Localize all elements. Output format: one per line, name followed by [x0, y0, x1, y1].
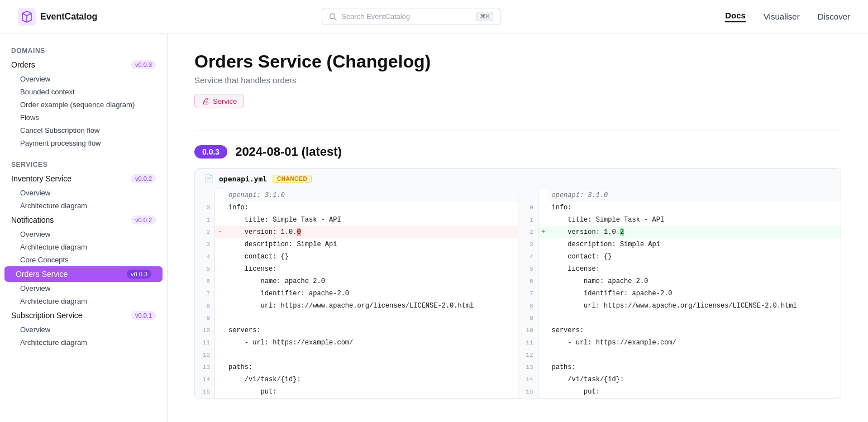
- diff-left-line-3: 3 description: Simple Api: [195, 238, 518, 251]
- diff-left-line-11: 11 - url: https://example.com/: [195, 337, 518, 349]
- printer-icon: 🖨: [202, 97, 209, 106]
- diff-right-line-13: 13 paths:: [518, 361, 841, 373]
- subscription-version-badge: v0.0.1: [131, 311, 156, 320]
- page-title: Orders Service (Changelog): [194, 51, 841, 72]
- diff-left-line-6: 6 name: apache 2.0: [195, 275, 518, 287]
- file-name: openapi.yml: [219, 175, 267, 183]
- sidebar-sub-order-example[interactable]: Order example (sequence diagram): [0, 98, 167, 111]
- search-icon: [329, 13, 337, 21]
- diff-left-line-14: 14 /v1/task/{id}:: [195, 373, 518, 386]
- version-date: 2024-08-01 (latest): [235, 145, 342, 159]
- sidebar-sub-flows[interactable]: Flows: [0, 111, 167, 124]
- diff-left-line-1: 1 title: Simple Task - API: [195, 214, 518, 226]
- diff-left-line-2: 2 - version: 1.0.0: [195, 226, 518, 238]
- sidebar-sub-subscription-arch[interactable]: Architecture diagram: [0, 336, 167, 349]
- sidebar-item-subscription[interactable]: Subscription Service v0.0.1: [0, 308, 167, 323]
- version-pill: 0.0.3: [194, 145, 227, 159]
- search-bar[interactable]: Search EventCatalog ⌘K: [322, 8, 500, 25]
- diff-viewer: openapi: 3.1.0 0 info: 1 title:: [195, 189, 841, 398]
- svg-point-2: [330, 13, 335, 18]
- sidebar-sub-overview-orders[interactable]: Overview: [0, 73, 167, 85]
- diff-left-line-4: 4 contact: {}: [195, 251, 518, 263]
- diff-right-line-12: 12: [518, 349, 841, 361]
- tag-label: Service: [213, 97, 237, 106]
- sidebar-item-inventory-label: Inventory Service: [11, 174, 71, 183]
- diff-right-line-1: 1 title: Simple Task - API: [518, 214, 841, 226]
- sidebar-item-inventory[interactable]: Inventory Service v0.0.2: [0, 171, 167, 186]
- sidebar-sub-subscription-overview[interactable]: Overview: [0, 323, 167, 336]
- diff-right-line-15: 15 put:: [518, 386, 841, 398]
- version-section: 0.0.3 2024-08-01 (latest) 📄 openapi.yml …: [194, 145, 841, 399]
- inventory-version-badge: v0.0.2: [131, 174, 156, 183]
- sidebar-item-notifications-label: Notifications: [11, 215, 54, 224]
- service-tag[interactable]: 🖨 Service: [194, 94, 244, 108]
- sidebar: Domains Orders v0.0.3 Overview Bounded c…: [0, 33, 168, 422]
- sidebar-sub-inventory-arch[interactable]: Architecture diagram: [0, 199, 167, 212]
- header: EventCatalog Search EventCatalog ⌘K Docs…: [0, 0, 868, 33]
- diff-right-line-14: 14 /v1/task/{id}:: [518, 373, 841, 386]
- nav-visualiser[interactable]: Visualiser: [764, 12, 800, 21]
- logo-icon: [18, 8, 36, 26]
- diff-left: openapi: 3.1.0 0 info: 1 title:: [195, 189, 518, 398]
- diff-left-line-15: 15 put:: [195, 386, 518, 398]
- diff-right-line-3: 3 description: Simple Api: [518, 238, 841, 251]
- diff-right-line-4: 4 contact: {}: [518, 251, 841, 263]
- diff-right-line-11: 11 - url: https://example.com/: [518, 337, 841, 349]
- version-header: 0.0.3 2024-08-01 (latest): [194, 145, 841, 159]
- diff-left-header: openapi: 3.1.0: [195, 189, 518, 202]
- sidebar-sub-orders-service-overview[interactable]: Overview: [0, 282, 167, 295]
- nav: Docs Visualiser Discover: [725, 11, 850, 22]
- sidebar-item-orders[interactable]: Orders v0.0.3: [0, 57, 167, 73]
- notifications-version-badge: v0.0.2: [131, 215, 156, 224]
- diff-right-header: openapi: 3.1.0: [518, 189, 841, 202]
- domains-section-title: Domains: [0, 42, 167, 57]
- sidebar-sub-core-concepts[interactable]: Core Concepts: [0, 253, 167, 266]
- diff-right-line-7: 7 identifier: apache-2.0: [518, 287, 841, 300]
- diff-left-line-5: 5 license:: [195, 263, 518, 275]
- sidebar-sub-payment-processing[interactable]: Payment processing flow: [0, 137, 167, 150]
- diff-left-line-10: 10 servers:: [195, 324, 518, 337]
- diff-left-line-12: 12: [195, 349, 518, 361]
- logo[interactable]: EventCatalog: [18, 8, 97, 26]
- sidebar-sub-notifications-arch[interactable]: Architecture diagram: [0, 241, 167, 253]
- diff-left-line-8: 8 url: https://www.apache.org/licenses/L…: [195, 300, 518, 312]
- nav-docs[interactable]: Docs: [725, 11, 746, 22]
- page-subtitle: Service that handles orders: [194, 75, 841, 85]
- nav-discover[interactable]: Discover: [818, 12, 850, 21]
- search-placeholder: Search EventCatalog: [341, 12, 410, 21]
- search-shortcut: ⌘K: [476, 12, 493, 21]
- diff-card-header: 📄 openapi.yml CHANGED: [195, 169, 841, 189]
- diff-right-line-0: 0 info:: [518, 202, 841, 214]
- divider: [194, 131, 841, 131]
- file-icon: 📄: [204, 174, 213, 183]
- sidebar-item-orders-service-label: Orders Service: [16, 270, 68, 279]
- orders-service-version-badge: v0.0.3: [127, 270, 151, 279]
- sidebar-item-notifications[interactable]: Notifications v0.0.2: [0, 212, 167, 228]
- diff-right-line-9: 9: [518, 312, 841, 324]
- logo-text: EventCatalog: [40, 12, 97, 22]
- services-section-title: Services: [0, 156, 167, 171]
- diff-left-line-0: 0 info:: [195, 202, 518, 214]
- sidebar-sub-orders-service-arch[interactable]: Architecture diagram: [0, 295, 167, 308]
- layout: Domains Orders v0.0.3 Overview Bounded c…: [0, 33, 868, 422]
- changed-badge: CHANGED: [273, 175, 312, 183]
- diff-left-line-7: 7 identifier: apache-2.0: [195, 287, 518, 300]
- sidebar-sub-inventory-overview[interactable]: Overview: [0, 186, 167, 199]
- diff-right: openapi: 3.1.0 0 info: 1 title:: [518, 189, 841, 398]
- sidebar-sub-notifications-overview[interactable]: Overview: [0, 228, 167, 241]
- sidebar-item-orders-label: Orders: [11, 60, 35, 69]
- diff-left-line-13: 13 paths:: [195, 361, 518, 373]
- main-content: Orders Service (Changelog) Service that …: [168, 33, 868, 422]
- diff-card: 📄 openapi.yml CHANGED openapi: 3.1.0: [194, 168, 841, 399]
- sidebar-sub-bounded-context[interactable]: Bounded context: [0, 85, 167, 98]
- diff-right-line-6: 6 name: apache 2.0: [518, 275, 841, 287]
- orders-version-badge: v0.0.3: [131, 60, 156, 69]
- sidebar-sub-cancel-subscription[interactable]: Cancel Subscription flow: [0, 124, 167, 137]
- diff-left-line-9: 9: [195, 312, 518, 324]
- sidebar-item-subscription-label: Subscription Service: [11, 311, 83, 320]
- sidebar-item-orders-service[interactable]: Orders Service v0.0.3: [4, 266, 163, 282]
- diff-right-line-2: 2 + version: 1.0.2: [518, 226, 841, 238]
- diff-right-line-5: 5 license:: [518, 263, 841, 275]
- diff-right-line-8: 8 url: https://www.apache.org/licenses/L…: [518, 300, 841, 312]
- diff-right-line-10: 10 servers:: [518, 324, 841, 337]
